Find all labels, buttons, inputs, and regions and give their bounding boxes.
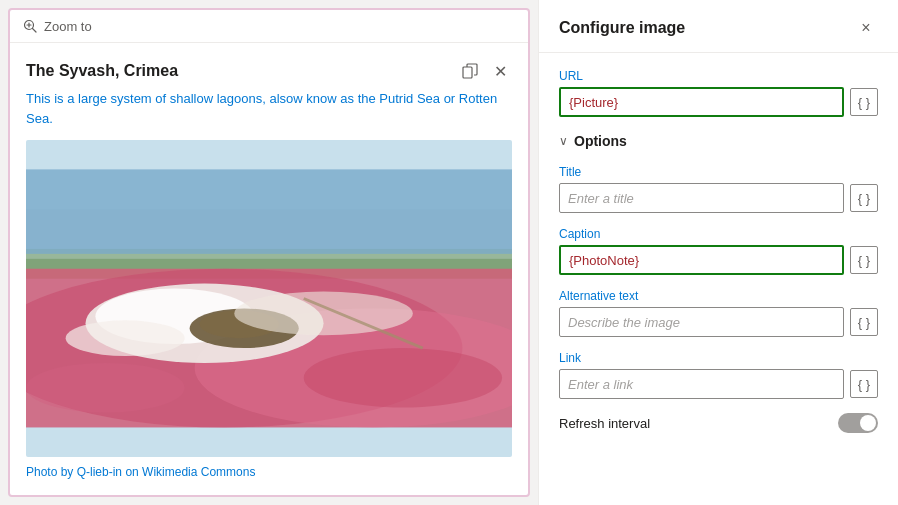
title-input[interactable] (559, 183, 844, 213)
alt-field-group: Alternative text { } (559, 289, 878, 337)
card-footer[interactable]: Photo by Q-lieb-in on Wikimedia Commons (26, 465, 512, 479)
link-field-row: { } (559, 369, 878, 399)
zoom-label[interactable]: Zoom to (44, 19, 92, 34)
alt-brace-button[interactable]: { } (850, 308, 878, 336)
card-image (26, 140, 512, 457)
url-label: URL (559, 69, 878, 83)
panel-header: Configure image × (539, 0, 898, 53)
svg-point-16 (234, 292, 413, 336)
duplicate-button[interactable] (458, 59, 482, 83)
refresh-label: Refresh interval (559, 416, 650, 431)
url-brace-button[interactable]: { } (850, 88, 878, 116)
options-toggle[interactable]: ∨ Options (559, 131, 878, 151)
alt-input[interactable] (559, 307, 844, 337)
svg-point-15 (66, 320, 185, 356)
card-title: The Syvash, Crimea (26, 62, 178, 80)
panel-body: URL { } ∨ Options Title { } Caption { } (539, 53, 898, 505)
card-area: The Syvash, Crimea ✕ This is a large sys… (10, 43, 528, 495)
svg-rect-4 (463, 67, 472, 78)
panel-close-button[interactable]: × (854, 16, 878, 40)
svg-point-18 (26, 363, 185, 413)
svg-line-1 (33, 29, 37, 33)
options-chevron-icon: ∨ (559, 134, 568, 148)
card-header: The Syvash, Crimea ✕ (26, 59, 512, 83)
panel-title: Configure image (559, 19, 685, 37)
left-panel: Zoom to The Syvash, Crimea ✕ This is a l… (8, 8, 530, 497)
caption-brace-button[interactable]: { } (850, 246, 878, 274)
card-description: This is a large system of shallow lagoon… (26, 89, 512, 128)
caption-label: Caption (559, 227, 878, 241)
svg-point-17 (304, 348, 502, 408)
link-field-group: Link { } (559, 351, 878, 399)
link-brace-button[interactable]: { } (850, 370, 878, 398)
url-input[interactable] (559, 87, 844, 117)
caption-input[interactable] (559, 245, 844, 275)
right-panel: Configure image × URL { } ∨ Options Titl… (538, 0, 898, 505)
link-input[interactable] (559, 369, 844, 399)
link-label: Link (559, 351, 878, 365)
title-brace-button[interactable]: { } (850, 184, 878, 212)
caption-field-row: { } (559, 245, 878, 275)
caption-field-group: Caption { } (559, 227, 878, 275)
close-card-button[interactable]: ✕ (488, 59, 512, 83)
title-label: Title (559, 165, 878, 179)
title-field-group: Title { } (559, 165, 878, 213)
refresh-interval-row: Refresh interval (559, 413, 878, 433)
alt-field-row: { } (559, 307, 878, 337)
title-field-row: { } (559, 183, 878, 213)
zoom-bar: Zoom to (10, 10, 528, 43)
card-actions: ✕ (458, 59, 512, 83)
zoom-icon (22, 18, 38, 34)
svg-rect-21 (26, 170, 512, 210)
url-field-row: { } (559, 87, 878, 117)
alt-label: Alternative text (559, 289, 878, 303)
url-field-group: URL { } (559, 69, 878, 117)
options-label: Options (574, 133, 627, 149)
refresh-toggle[interactable] (838, 413, 878, 433)
